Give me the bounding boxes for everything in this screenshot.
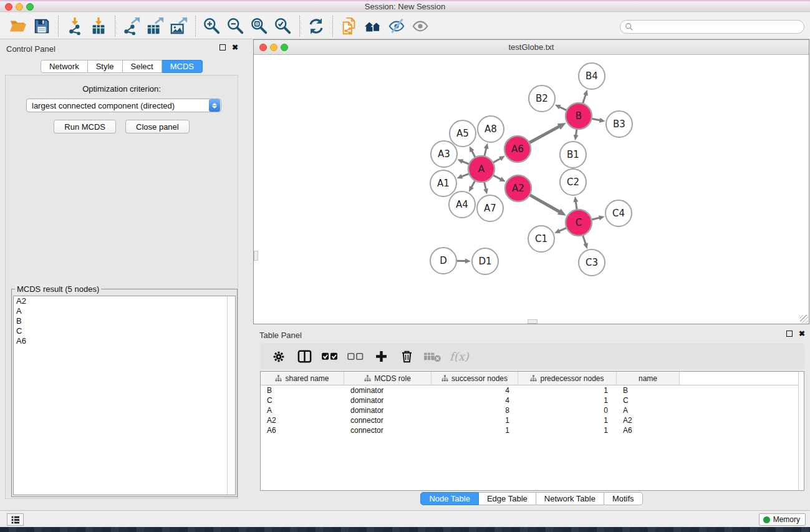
zoom-fit-button[interactable]	[248, 15, 271, 37]
export-image-button[interactable]	[167, 15, 191, 37]
edge-A-A1[interactable]	[457, 173, 470, 178]
table-row-a6[interactable]: A6connector11A6	[261, 425, 804, 435]
node-C[interactable]: C	[566, 210, 592, 236]
first-neighbors-button[interactable]	[361, 15, 385, 37]
edge-B-B1[interactable]	[574, 128, 579, 140]
column-header-MCDS-role[interactable]: MCDS role	[344, 372, 432, 385]
network-window-titlebar[interactable]: testGlobe.txt	[254, 40, 809, 55]
minimize-window-button[interactable]	[16, 3, 23, 11]
node-B2[interactable]: B2	[529, 85, 555, 112]
node-D1[interactable]: D1	[472, 248, 498, 274]
result-item-a6[interactable]: A6	[14, 336, 235, 346]
edge-D-D1[interactable]	[456, 259, 471, 264]
result-item-a2[interactable]: A2	[14, 296, 235, 306]
edge-C-C4[interactable]	[591, 215, 604, 220]
edge-C-C1[interactable]	[554, 228, 567, 233]
tab-node-table[interactable]: Node Table	[420, 492, 479, 505]
edge-A-A8[interactable]	[484, 143, 489, 157]
zoom-window-button[interactable]	[26, 3, 34, 11]
tab-network[interactable]: Network	[41, 60, 88, 73]
node-C3[interactable]: C3	[579, 249, 605, 276]
tab-motifs[interactable]: Motifs	[604, 492, 643, 505]
task-history-button[interactable]	[7, 513, 24, 526]
node-C4[interactable]: C4	[605, 200, 632, 226]
new-network-from-selection-button[interactable]	[337, 15, 361, 37]
edge-B-B4[interactable]	[582, 90, 588, 104]
criterion-dropdown[interactable]: largest connected component (directed)	[26, 99, 221, 112]
edge-B-B2[interactable]	[555, 105, 567, 111]
column-header-successor-nodes[interactable]: successor nodes	[432, 372, 518, 385]
network-canvas[interactable]: B4B2BB3A8A5A6A3B1AC2A1A2A4A7C4CC1DD1C3	[254, 55, 809, 324]
edge-A2-C[interactable]	[529, 195, 566, 216]
node-C2[interactable]: C2	[560, 169, 586, 195]
float-control-panel-button[interactable]	[219, 44, 226, 51]
zoom-out-button[interactable]	[224, 15, 248, 37]
select-all-rows-button[interactable]	[321, 347, 339, 366]
add-row-button[interactable]	[372, 347, 390, 366]
node-A6[interactable]: A6	[504, 136, 531, 162]
edge-A-A5[interactable]	[470, 146, 476, 158]
search-box[interactable]	[620, 20, 804, 34]
close-panel-button[interactable]: Close panel	[125, 120, 190, 133]
node-D[interactable]: D	[430, 248, 456, 274]
export-network-button[interactable]	[120, 15, 143, 37]
save-session-button[interactable]	[30, 15, 54, 37]
node-A8[interactable]: A8	[478, 116, 504, 142]
edge-B-B3[interactable]	[591, 118, 605, 123]
edge-A-A4[interactable]	[469, 180, 475, 192]
node-A1[interactable]: A1	[430, 170, 456, 196]
result-item-c[interactable]: C	[14, 326, 235, 336]
edge-A-A3[interactable]	[457, 159, 470, 164]
window-resize-grip[interactable]	[800, 315, 808, 323]
delete-rows-button[interactable]	[398, 347, 415, 366]
column-header-predecessor-nodes[interactable]: predecessor nodes	[518, 372, 617, 385]
node-A4[interactable]: A4	[449, 191, 475, 218]
column-header-name[interactable]: name	[617, 372, 680, 385]
search-input[interactable]	[637, 22, 804, 31]
close-window-button[interactable]	[5, 3, 12, 11]
import-table-button[interactable]	[87, 15, 110, 37]
edge-C-C2[interactable]	[573, 196, 578, 210]
edge-A6-B[interactable]	[529, 123, 566, 143]
node-A2[interactable]: A2	[505, 175, 531, 201]
canvas-vscroll-thumb[interactable]	[254, 251, 258, 261]
node-A5[interactable]: A5	[450, 120, 476, 147]
open-session-button[interactable]	[6, 15, 30, 37]
node-B[interactable]: B	[566, 103, 592, 129]
table-options-button[interactable]	[270, 347, 287, 366]
tab-network-table[interactable]: Network Table	[536, 492, 604, 505]
toggle-columns-button[interactable]	[296, 347, 313, 366]
node-A[interactable]: A	[468, 156, 494, 182]
node-B1[interactable]: B1	[560, 142, 586, 168]
edge-A-A7[interactable]	[483, 181, 488, 195]
node-C1[interactable]: C1	[528, 226, 554, 252]
deselect-all-rows-button[interactable]	[347, 347, 364, 366]
function-builder-button[interactable]: f(x)	[450, 347, 469, 366]
node-A3[interactable]: A3	[431, 141, 457, 167]
edge-A-A6[interactable]	[493, 156, 505, 163]
node-A7[interactable]: A7	[477, 195, 503, 221]
table-row-c[interactable]: Cdominator41C	[261, 395, 804, 405]
zoom-network-window-button[interactable]	[281, 44, 288, 51]
float-table-panel-button[interactable]	[786, 331, 793, 337]
tab-select[interactable]: Select	[123, 60, 162, 73]
mcds-result-list[interactable]: A2ABCA6	[13, 296, 236, 495]
hide-selected-button[interactable]	[385, 15, 408, 37]
tab-mcds[interactable]: MCDS	[162, 60, 203, 73]
result-item-b[interactable]: B	[14, 316, 235, 326]
edge-A-A2[interactable]	[493, 175, 506, 181]
apply-layout-button[interactable]	[304, 15, 328, 37]
canvas-hscroll-thumb[interactable]	[528, 319, 538, 324]
show-all-button[interactable]	[408, 15, 432, 37]
tab-style[interactable]: Style	[88, 60, 123, 73]
column-header-shared-name[interactable]: shared name	[261, 372, 344, 385]
table-scrollbar[interactable]	[798, 372, 804, 490]
minimize-network-window-button[interactable]	[270, 44, 277, 51]
zoom-in-button[interactable]	[200, 15, 224, 37]
close-control-panel-button[interactable]: ✖	[232, 44, 238, 51]
table-row-a[interactable]: Adominator80A	[261, 405, 804, 415]
node-B3[interactable]: B3	[606, 111, 632, 137]
memory-button[interactable]: Memory	[759, 513, 806, 526]
result-item-a[interactable]: A	[14, 306, 235, 316]
zoom-selected-button[interactable]	[271, 15, 295, 37]
